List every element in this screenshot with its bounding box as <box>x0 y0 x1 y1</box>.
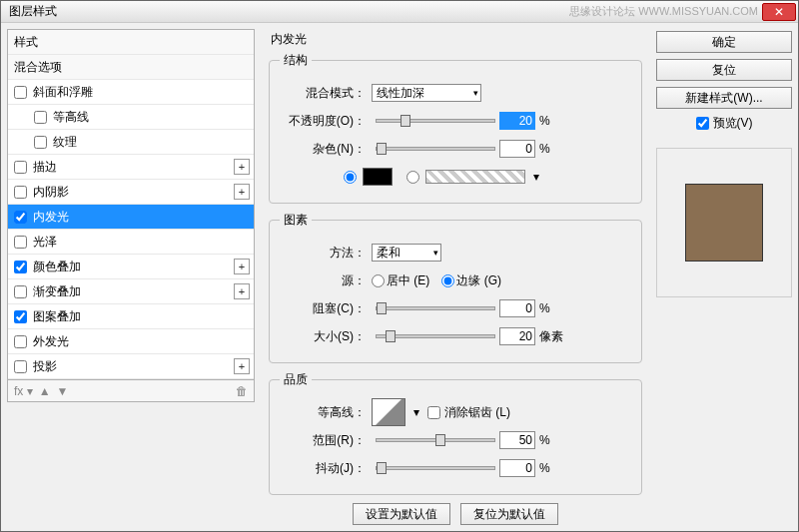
technique-label: 方法： <box>280 245 366 262</box>
sidebar-item[interactable]: 颜色叠加+ <box>8 255 254 279</box>
jitter-slider[interactable] <box>376 466 495 470</box>
size-input[interactable]: 20 <box>499 327 535 345</box>
style-checkbox[interactable] <box>34 111 47 124</box>
noise-input[interactable]: 0 <box>499 140 535 158</box>
range-input[interactable]: 50 <box>499 431 535 449</box>
sidebar-item[interactable]: 投影+ <box>8 354 254 379</box>
style-checkbox[interactable] <box>34 136 47 149</box>
blend-mode-dropdown[interactable]: 线性加深▾ <box>372 84 481 102</box>
contour-label: 等高线： <box>280 404 366 421</box>
style-checkbox[interactable] <box>14 236 27 249</box>
style-checkbox[interactable] <box>14 261 27 273</box>
sidebar-item-label: 内发光 <box>33 209 69 226</box>
sidebar-item-label: 纹理 <box>53 134 77 151</box>
new-style-button[interactable]: 新建样式(W)... <box>656 87 792 109</box>
blend-options-header[interactable]: 混合选项 <box>8 55 254 80</box>
antialias-checkbox[interactable]: 消除锯齿 (L) <box>427 404 510 421</box>
gradient-picker[interactable] <box>425 170 525 184</box>
chevron-down-icon[interactable]: ▾ <box>533 170 539 184</box>
fx-icon[interactable]: fx ▾ <box>14 384 33 398</box>
gradient-radio[interactable] <box>406 171 419 184</box>
color-swatch[interactable] <box>363 168 393 186</box>
color-radio[interactable] <box>344 171 357 184</box>
window-title: 图层样式 <box>9 3 569 20</box>
sidebar-item[interactable]: 光泽 <box>8 230 254 255</box>
up-arrow-icon[interactable]: ▲ <box>39 384 51 398</box>
style-list: 样式 混合选项 斜面和浮雕等高线纹理描边+内阴影+内发光光泽颜色叠加+渐变叠加+… <box>7 29 255 380</box>
jitter-input[interactable]: 0 <box>499 459 535 477</box>
cancel-button[interactable]: 复位 <box>656 59 792 81</box>
style-checkbox[interactable] <box>14 161 27 174</box>
technique-dropdown[interactable]: 柔和▾ <box>372 244 441 262</box>
add-instance-button[interactable]: + <box>234 283 250 299</box>
range-slider[interactable] <box>376 438 495 442</box>
style-checkbox[interactable] <box>14 360 27 373</box>
sidebar-item[interactable]: 内发光 <box>8 205 254 230</box>
styles-header[interactable]: 样式 <box>8 30 254 55</box>
sidebar-item[interactable]: 斜面和浮雕 <box>8 80 254 105</box>
style-checkbox[interactable] <box>14 285 27 298</box>
sidebar-item[interactable]: 图案叠加 <box>8 304 254 329</box>
sidebar-item-label: 渐变叠加 <box>33 283 81 300</box>
add-instance-button[interactable]: + <box>234 259 250 274</box>
sidebar-item[interactable]: 内阴影+ <box>8 180 254 205</box>
noise-slider[interactable] <box>376 147 495 151</box>
preview-checkbox[interactable]: 预览(V) <box>656 115 792 132</box>
watermark: 思缘设计论坛 WWW.MISSYUAN.COM <box>569 4 758 19</box>
style-list-footer: fx ▾ ▲ ▼ 🗑 <box>7 380 255 402</box>
style-checkbox[interactable] <box>14 186 27 199</box>
source-edge-radio[interactable]: 边缘 (G) <box>441 272 501 289</box>
chevron-down-icon: ▾ <box>433 248 438 258</box>
choke-slider[interactable] <box>376 306 495 310</box>
reset-default-button[interactable]: 复位为默认值 <box>460 503 558 525</box>
ok-button[interactable]: 确定 <box>656 31 792 53</box>
titlebar: 图层样式 思缘设计论坛 WWW.MISSYUAN.COM ✕ <box>1 1 798 23</box>
size-slider[interactable] <box>376 334 495 338</box>
choke-label: 阻塞(C)： <box>280 300 366 317</box>
source-label: 源： <box>280 272 366 289</box>
preview-area <box>656 148 792 297</box>
style-checkbox[interactable] <box>14 211 27 224</box>
quality-group: 品质 等高线： ▾ 消除锯齿 (L) 范围(R)： 50 % 抖动(J)： 0 <box>269 371 642 495</box>
sidebar-item-label: 光泽 <box>33 234 57 251</box>
opacity-label: 不透明度(O)： <box>280 113 366 130</box>
style-checkbox[interactable] <box>14 86 27 99</box>
opacity-input[interactable]: 20 <box>499 112 535 130</box>
sidebar-item[interactable]: 等高线 <box>8 105 254 130</box>
contour-picker[interactable] <box>372 398 405 426</box>
chevron-down-icon[interactable]: ▾ <box>413 405 419 419</box>
down-arrow-icon[interactable]: ▼ <box>57 384 69 398</box>
make-default-button[interactable]: 设置为默认值 <box>353 503 450 525</box>
blend-mode-label: 混合模式： <box>280 85 366 102</box>
range-label: 范围(R)： <box>280 432 366 449</box>
sidebar-item[interactable]: 外发光 <box>8 329 254 354</box>
panel-title: 内发光 <box>271 31 642 48</box>
choke-input[interactable]: 0 <box>499 299 535 317</box>
preview-swatch <box>685 184 763 262</box>
sidebar-item[interactable]: 渐变叠加+ <box>8 279 254 304</box>
sidebar-item-label: 外发光 <box>33 333 69 350</box>
size-label: 大小(S)： <box>280 328 366 345</box>
sidebar-item[interactable]: 描边+ <box>8 155 254 180</box>
sidebar-item-label: 颜色叠加 <box>33 259 81 275</box>
sidebar-item-label: 投影 <box>33 358 57 375</box>
chevron-down-icon: ▾ <box>473 88 478 98</box>
add-instance-button[interactable]: + <box>234 358 250 374</box>
trash-icon[interactable]: 🗑 <box>236 384 248 398</box>
style-checkbox[interactable] <box>14 310 27 323</box>
style-checkbox[interactable] <box>14 335 27 348</box>
sidebar-item-label: 斜面和浮雕 <box>33 84 93 101</box>
add-instance-button[interactable]: + <box>234 159 250 175</box>
sidebar-item-label: 内阴影 <box>33 184 69 201</box>
sidebar-item-label: 图案叠加 <box>33 308 81 325</box>
close-button[interactable]: ✕ <box>762 3 796 21</box>
noise-label: 杂色(N)： <box>280 141 366 158</box>
sidebar-item[interactable]: 纹理 <box>8 130 254 155</box>
jitter-label: 抖动(J)： <box>280 460 366 477</box>
source-center-radio[interactable]: 居中 (E) <box>372 272 429 289</box>
element-group: 图素 方法： 柔和▾ 源： 居中 (E) 边缘 (G) 阻塞(C)： 0 % <box>269 212 642 363</box>
add-instance-button[interactable]: + <box>234 184 250 200</box>
sidebar-item-label: 等高线 <box>53 109 89 126</box>
opacity-slider[interactable] <box>376 119 495 123</box>
structure-group: 结构 混合模式： 线性加深▾ 不透明度(O)： 20 % 杂色(N)： 0 <box>269 52 642 204</box>
